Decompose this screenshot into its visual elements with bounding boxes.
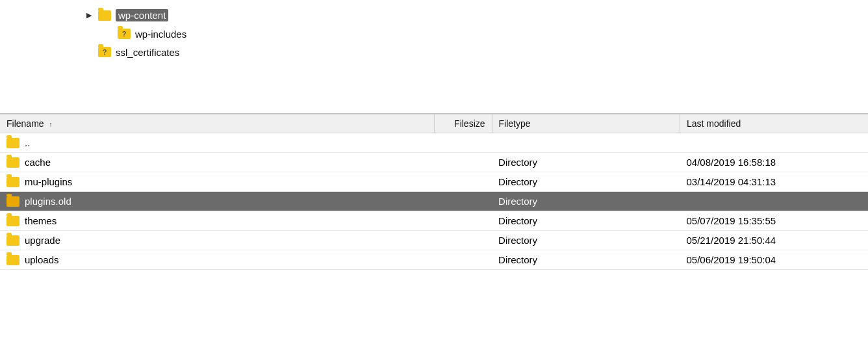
table-row[interactable]: uploads Directory 05/06/2019 19:50:04 bbox=[0, 250, 868, 270]
tree-item-label: wp-content bbox=[116, 9, 168, 21]
filesize-cell bbox=[434, 153, 492, 172]
col-header-last-modified[interactable]: Last modified bbox=[680, 114, 868, 133]
table-header: Filename ↑ Filesize Filetype Last modifi… bbox=[0, 114, 868, 133]
last-modified-cell: 05/06/2019 19:50:04 bbox=[680, 250, 868, 270]
filesize-cell bbox=[434, 192, 492, 211]
filename-cell: plugins.old bbox=[0, 192, 434, 211]
sort-asc-icon: ↑ bbox=[49, 121, 52, 128]
filetype-cell bbox=[492, 133, 680, 153]
table-row[interactable]: mu-plugins Directory 03/14/2019 04:31:13 bbox=[0, 172, 868, 192]
file-table: Filename ↑ Filesize Filetype Last modifi… bbox=[0, 114, 868, 270]
filetype-cell: Directory bbox=[492, 172, 680, 192]
folder-icon bbox=[6, 255, 19, 265]
table-row[interactable]: cache Directory 04/08/2019 16:58:18 bbox=[0, 153, 868, 172]
filetype-cell: Directory bbox=[492, 192, 680, 211]
last-modified-cell: 03/14/2019 04:31:13 bbox=[680, 172, 868, 192]
col-header-filename[interactable]: Filename ↑ bbox=[0, 114, 434, 133]
last-modified-cell bbox=[680, 192, 868, 211]
table-row[interactable]: upgrade Directory 05/21/2019 21:50:44 bbox=[0, 231, 868, 250]
filetype-cell: Directory bbox=[492, 211, 680, 231]
folder-icon bbox=[6, 196, 19, 207]
filesize-cell bbox=[434, 211, 492, 231]
last-modified-cell: 05/07/2019 15:35:55 bbox=[680, 211, 868, 231]
tree-item-ssl-certificates[interactable]: ? ssl_certificates bbox=[97, 45, 868, 59]
filename-label: cache bbox=[25, 157, 51, 168]
filetype-cell: Directory bbox=[492, 231, 680, 250]
file-list-panel: Filename ↑ Filesize Filetype Last modifi… bbox=[0, 114, 868, 270]
filesize-cell bbox=[434, 250, 492, 270]
filename-cell: uploads bbox=[0, 250, 434, 270]
col-header-filetype[interactable]: Filetype bbox=[492, 114, 680, 133]
filename-label: upgrade bbox=[25, 235, 60, 246]
table-row[interactable]: plugins.old Directory bbox=[0, 192, 868, 211]
folder-icon bbox=[6, 177, 19, 187]
folder-unknown-icon: ? bbox=[97, 46, 112, 58]
filesize-cell bbox=[434, 172, 492, 192]
filename-cell: mu-plugins bbox=[0, 172, 434, 192]
table-row[interactable]: .. bbox=[0, 133, 868, 153]
tree-panel: ▶ wp-content ? wp-includes ? ssl_certifi… bbox=[0, 0, 868, 114]
filename-label: themes bbox=[25, 215, 57, 226]
filename-cell: themes bbox=[0, 211, 434, 231]
tree-item-wp-content[interactable]: ▶ wp-content bbox=[84, 8, 868, 23]
last-modified-cell: 04/08/2019 16:58:18 bbox=[680, 153, 868, 172]
tree-item-label: ssl_certificates bbox=[116, 47, 179, 58]
filename-label: plugins.old bbox=[25, 196, 71, 207]
table-row[interactable]: themes Directory 05/07/2019 15:35:55 bbox=[0, 211, 868, 231]
folder-icon bbox=[97, 10, 112, 21]
folder-icon bbox=[6, 216, 19, 226]
filesize-cell bbox=[434, 231, 492, 250]
tree-item-wp-includes[interactable]: ? wp-includes bbox=[117, 27, 868, 41]
last-modified-cell: 05/21/2019 21:50:44 bbox=[680, 231, 868, 250]
filename-label: uploads bbox=[25, 254, 59, 265]
filename-cell: .. bbox=[0, 133, 434, 153]
filename-cell: cache bbox=[0, 153, 434, 172]
folder-icon bbox=[6, 138, 19, 148]
folder-icon bbox=[6, 157, 19, 168]
table-body: .. cache Directory 04/08/2019 16:58:18 bbox=[0, 133, 868, 270]
filename-cell: upgrade bbox=[0, 231, 434, 250]
col-header-filesize[interactable]: Filesize bbox=[434, 114, 492, 133]
folder-unknown-icon: ? bbox=[117, 28, 131, 40]
filesize-cell bbox=[434, 133, 492, 153]
filename-label: .. bbox=[25, 137, 30, 148]
folder-icon bbox=[6, 235, 19, 246]
filetype-cell: Directory bbox=[492, 153, 680, 172]
filename-label: mu-plugins bbox=[25, 176, 72, 187]
tree-item-label: wp-includes bbox=[135, 29, 186, 40]
filetype-cell: Directory bbox=[492, 250, 680, 270]
expand-arrow-icon: ▶ bbox=[84, 11, 94, 20]
last-modified-cell bbox=[680, 133, 868, 153]
